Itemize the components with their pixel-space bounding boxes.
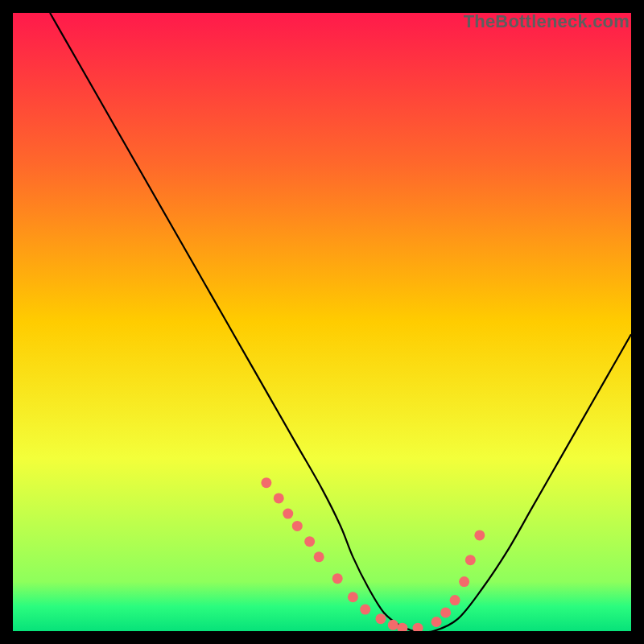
chart-frame: TheBottleneck.com <box>13 13 631 631</box>
marker-dot <box>465 555 476 565</box>
marker-dot <box>261 477 271 488</box>
marker-dot <box>304 536 315 547</box>
marker-dot <box>283 509 293 519</box>
marker-dot <box>388 620 398 630</box>
marker-dot <box>450 595 460 605</box>
bottleneck-chart <box>13 13 631 631</box>
watermark-text: TheBottleneck.com <box>464 11 630 32</box>
marker-dot <box>440 607 451 617</box>
marker-dot <box>375 613 386 624</box>
marker-dot <box>360 605 370 615</box>
marker-dot <box>348 592 358 602</box>
marker-dot <box>314 551 324 562</box>
gradient-background <box>13 13 631 631</box>
marker-dot <box>292 521 303 531</box>
marker-dot <box>474 530 485 540</box>
marker-dot <box>431 617 442 627</box>
marker-dot <box>332 573 343 584</box>
marker-dot <box>459 576 469 587</box>
marker-dot <box>274 493 284 503</box>
